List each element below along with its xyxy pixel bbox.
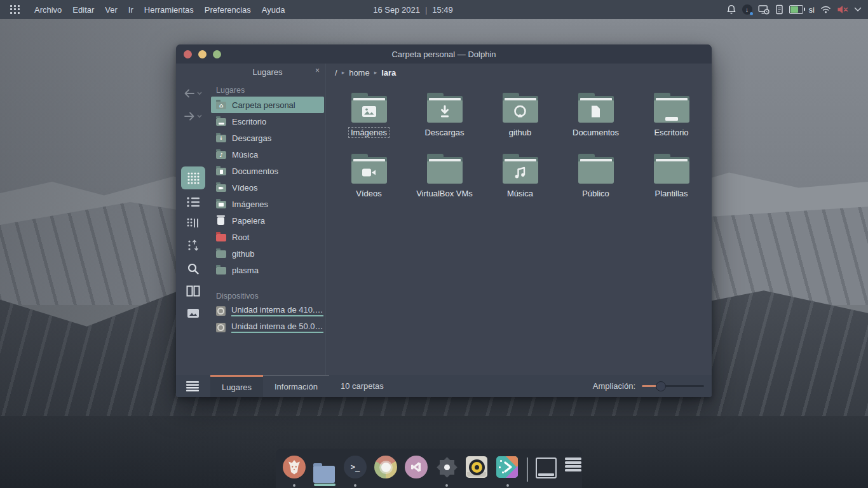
dock-item-file-manager[interactable]	[313, 449, 336, 488]
sidebar-item-videos[interactable]: Vídeos	[211, 179, 324, 196]
zoom-slider[interactable]	[642, 381, 704, 391]
sidebar-item-plasma[interactable]: plasma	[211, 262, 324, 278]
sidebar-item-github[interactable]: github	[211, 245, 324, 262]
expand-tray-icon[interactable]	[854, 7, 862, 12]
tab-label: Información	[275, 382, 318, 391]
panel-menu-button[interactable]	[186, 381, 199, 391]
folder-item-github[interactable]: github	[482, 86, 558, 147]
window-titlebar[interactable]: Carpeta personal — Dolphin	[176, 44, 712, 64]
music-note-glyph-icon	[514, 166, 526, 179]
dock-item-show-desktop[interactable]	[536, 449, 557, 488]
preview-image-icon	[187, 308, 200, 318]
clock-time[interactable]: 15:49	[432, 5, 453, 15]
dock-item-plasma-tool[interactable]	[496, 449, 519, 488]
sidebar-item-carpeta-personal[interactable]: ⌂ Carpeta personal	[211, 97, 324, 113]
videos-folder-icon	[351, 154, 387, 184]
updates-icon[interactable]: ↓	[742, 4, 752, 15]
icons-view-button[interactable]	[181, 166, 205, 189]
menu-editar[interactable]: Editar	[72, 5, 94, 15]
dock-item-app-menu[interactable]	[564, 449, 582, 488]
back-button[interactable]	[176, 84, 210, 103]
sort-icon	[187, 239, 200, 252]
display-clock-icon[interactable]	[758, 4, 770, 15]
sidebar-item-device-2[interactable]: Unidad interna de 50.0…	[211, 319, 324, 336]
show-desktop-icon	[536, 458, 557, 478]
menu-preferencias[interactable]: Preferencias	[205, 5, 251, 15]
search-button[interactable]	[181, 257, 205, 280]
dock-item-settings[interactable]	[435, 449, 458, 488]
sidebar-item-root[interactable]: Root	[211, 229, 324, 245]
folder-icon	[216, 267, 226, 274]
folder-item-escritorio[interactable]: Escritorio	[634, 86, 709, 147]
sidebar-item-documentos[interactable]: Documentos	[211, 163, 324, 179]
volume-muted-icon[interactable]	[837, 5, 848, 14]
sidebar-item-escritorio[interactable]: Escritorio	[211, 113, 324, 130]
document-glyph-icon	[590, 105, 601, 118]
keyboard-layout-indicator[interactable]: si	[809, 5, 815, 15]
documents-folder-icon	[216, 168, 226, 175]
zoom-control: Ampliación:	[593, 381, 704, 391]
clock-date[interactable]: 16 Sep 2021	[373, 5, 420, 15]
tab-informacion[interactable]: Información	[263, 375, 329, 397]
menu-ver[interactable]: Ver	[105, 5, 118, 15]
folder-label: VirtualBox VMs	[414, 188, 475, 199]
sidebar-item-descargas[interactable]: ↓ Descargas	[211, 130, 324, 146]
dock-item-media-player[interactable]	[466, 449, 489, 488]
folder-item-musica[interactable]: Música	[482, 147, 558, 208]
sidebar-item-papelera[interactable]: Papelera	[211, 212, 324, 229]
close-button[interactable]	[184, 50, 192, 58]
zoom-label: Ampliación:	[593, 381, 635, 391]
folder-item-virtualbox-vms[interactable]: VirtualBox VMs	[407, 147, 482, 208]
dock-item-terminal[interactable]: >_	[344, 449, 367, 488]
back-history-chevron-icon[interactable]	[197, 92, 202, 95]
dock-item-vscode[interactable]	[405, 449, 428, 488]
devices-section-label: Dispositivos	[210, 290, 325, 302]
sidebar-item-musica[interactable]: ♪ Música	[211, 146, 324, 163]
menu-herramientas[interactable]: Herramientas	[144, 5, 194, 15]
breadcrumb-current[interactable]: lara	[381, 68, 396, 78]
forward-history-chevron-icon[interactable]	[197, 114, 202, 118]
dock-item-firefox[interactable]	[283, 449, 306, 488]
menu-archivo[interactable]: Archivo	[34, 5, 62, 15]
folder-item-publico[interactable]: Público	[558, 147, 634, 208]
menu-ir[interactable]: Ir	[128, 5, 133, 15]
folder-item-plantillas[interactable]: Plantillas	[634, 147, 709, 208]
breadcrumb-root[interactable]: /	[335, 68, 337, 78]
dock-item-chromium[interactable]	[374, 449, 397, 488]
folder-view[interactable]: / ▸ home ▸ lara Imágenes Descargas	[325, 64, 712, 375]
preview-button[interactable]	[181, 302, 205, 325]
split-view-button[interactable]	[181, 280, 205, 302]
compact-view-button[interactable]	[181, 212, 205, 234]
folder-label: Plantillas	[652, 188, 690, 199]
maximize-button[interactable]	[213, 50, 221, 58]
notifications-icon[interactable]	[726, 4, 736, 15]
folder-item-imagenes[interactable]: Imágenes	[331, 86, 407, 147]
list-view-button[interactable]	[181, 191, 205, 214]
downloads-folder-icon	[427, 93, 463, 123]
github-glyph-icon	[513, 104, 527, 119]
battery-icon[interactable]	[789, 5, 803, 14]
search-icon	[187, 262, 200, 275]
tab-lugares[interactable]: Lugares	[210, 375, 263, 397]
device-label: Unidad interna de 50.0…	[231, 322, 323, 333]
sidebar-item-imagenes[interactable]: Imágenes	[211, 196, 324, 212]
sidebar-item-device-1[interactable]: Unidad interna de 410.…	[211, 302, 324, 319]
firefox-icon	[283, 456, 306, 478]
folder-icon	[216, 250, 226, 258]
sidebar-item-label: Descargas	[232, 133, 271, 143]
minimize-button[interactable]	[198, 50, 207, 58]
close-panel-button[interactable]: ×	[315, 66, 320, 75]
device-label: Unidad interna de 410.…	[231, 305, 323, 316]
forward-button[interactable]	[176, 107, 210, 126]
app-launcher-icon[interactable]	[10, 5, 20, 15]
folder-item-descargas[interactable]: Descargas	[407, 86, 482, 147]
folder-item-videos[interactable]: Vídeos	[331, 147, 407, 208]
wifi-icon[interactable]	[820, 5, 831, 14]
sort-button[interactable]	[181, 234, 205, 257]
root-folder-icon	[216, 234, 226, 241]
breadcrumb-home[interactable]: home	[349, 68, 370, 78]
zoom-slider-handle[interactable]	[656, 381, 666, 391]
menu-ayuda[interactable]: Ayuda	[262, 5, 285, 15]
folder-item-documentos[interactable]: Documentos	[558, 86, 634, 147]
clipboard-icon[interactable]	[775, 4, 783, 15]
